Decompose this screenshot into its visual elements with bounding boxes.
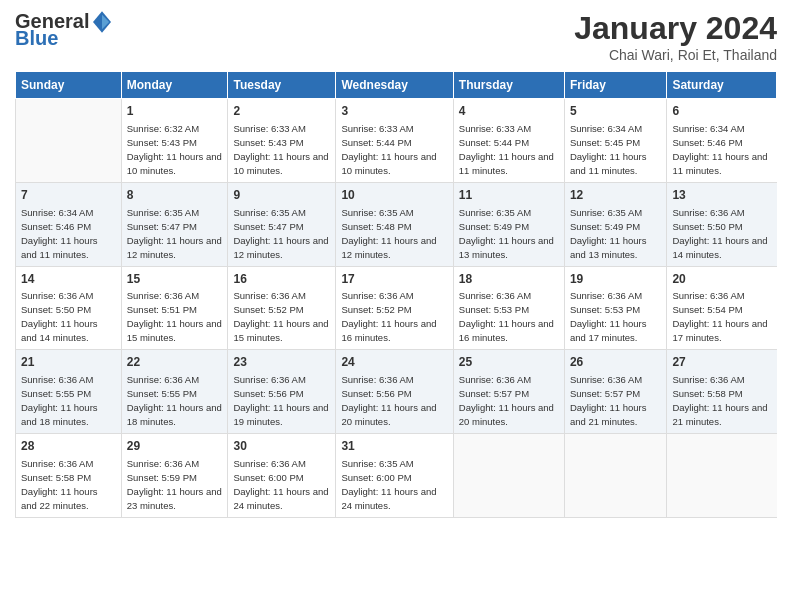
week-row: 1Sunrise: 6:32 AMSunset: 5:43 PMDaylight… (16, 99, 777, 183)
day-cell: 2Sunrise: 6:33 AMSunset: 5:43 PMDaylight… (228, 99, 336, 183)
header-day: Monday (121, 72, 228, 99)
cell-info: Sunrise: 6:35 AMSunset: 5:49 PMDaylight:… (459, 207, 554, 260)
cell-info: Sunrise: 6:32 AMSunset: 5:43 PMDaylight:… (127, 123, 222, 176)
cell-info: Sunrise: 6:36 AMSunset: 5:53 PMDaylight:… (459, 290, 554, 343)
header-row: SundayMondayTuesdayWednesdayThursdayFrid… (16, 72, 777, 99)
day-cell: 27Sunrise: 6:36 AMSunset: 5:58 PMDayligh… (667, 350, 777, 434)
day-cell: 19Sunrise: 6:36 AMSunset: 5:53 PMDayligh… (564, 266, 667, 350)
day-cell: 17Sunrise: 6:36 AMSunset: 5:52 PMDayligh… (336, 266, 453, 350)
day-cell: 10Sunrise: 6:35 AMSunset: 5:48 PMDayligh… (336, 182, 453, 266)
day-number: 28 (21, 438, 116, 455)
cell-info: Sunrise: 6:36 AMSunset: 5:57 PMDaylight:… (459, 374, 554, 427)
cell-info: Sunrise: 6:36 AMSunset: 5:56 PMDaylight:… (233, 374, 328, 427)
day-cell: 15Sunrise: 6:36 AMSunset: 5:51 PMDayligh… (121, 266, 228, 350)
day-cell: 28Sunrise: 6:36 AMSunset: 5:58 PMDayligh… (16, 434, 122, 518)
day-number: 13 (672, 187, 771, 204)
logo-icon (93, 11, 111, 33)
day-number: 31 (341, 438, 447, 455)
logo-blue: Blue (15, 27, 58, 50)
cell-info: Sunrise: 6:36 AMSunset: 5:57 PMDaylight:… (570, 374, 647, 427)
cell-info: Sunrise: 6:36 AMSunset: 5:58 PMDaylight:… (21, 458, 98, 511)
cell-info: Sunrise: 6:34 AMSunset: 5:46 PMDaylight:… (672, 123, 767, 176)
day-number: 30 (233, 438, 330, 455)
week-row: 14Sunrise: 6:36 AMSunset: 5:50 PMDayligh… (16, 266, 777, 350)
calendar-table: SundayMondayTuesdayWednesdayThursdayFrid… (15, 71, 777, 518)
day-number: 11 (459, 187, 559, 204)
cell-info: Sunrise: 6:36 AMSunset: 5:59 PMDaylight:… (127, 458, 222, 511)
day-cell: 23Sunrise: 6:36 AMSunset: 5:56 PMDayligh… (228, 350, 336, 434)
cell-info: Sunrise: 6:36 AMSunset: 5:54 PMDaylight:… (672, 290, 767, 343)
day-cell (16, 99, 122, 183)
day-number: 9 (233, 187, 330, 204)
day-number: 16 (233, 271, 330, 288)
day-number: 27 (672, 354, 771, 371)
header-day: Thursday (453, 72, 564, 99)
day-number: 7 (21, 187, 116, 204)
week-row: 28Sunrise: 6:36 AMSunset: 5:58 PMDayligh… (16, 434, 777, 518)
page: General Blue January 2024 Chai Wari, Roi… (0, 0, 792, 612)
day-cell: 8Sunrise: 6:35 AMSunset: 5:47 PMDaylight… (121, 182, 228, 266)
day-cell: 18Sunrise: 6:36 AMSunset: 5:53 PMDayligh… (453, 266, 564, 350)
day-cell: 22Sunrise: 6:36 AMSunset: 5:55 PMDayligh… (121, 350, 228, 434)
cell-info: Sunrise: 6:36 AMSunset: 5:52 PMDaylight:… (341, 290, 436, 343)
cell-info: Sunrise: 6:35 AMSunset: 5:48 PMDaylight:… (341, 207, 436, 260)
day-number: 3 (341, 103, 447, 120)
day-number: 25 (459, 354, 559, 371)
cell-info: Sunrise: 6:35 AMSunset: 5:47 PMDaylight:… (127, 207, 222, 260)
day-number: 15 (127, 271, 223, 288)
week-row: 7Sunrise: 6:34 AMSunset: 5:46 PMDaylight… (16, 182, 777, 266)
cell-info: Sunrise: 6:36 AMSunset: 5:50 PMDaylight:… (21, 290, 98, 343)
day-cell: 20Sunrise: 6:36 AMSunset: 5:54 PMDayligh… (667, 266, 777, 350)
cell-info: Sunrise: 6:33 AMSunset: 5:43 PMDaylight:… (233, 123, 328, 176)
day-number: 18 (459, 271, 559, 288)
cell-info: Sunrise: 6:36 AMSunset: 5:58 PMDaylight:… (672, 374, 767, 427)
day-number: 17 (341, 271, 447, 288)
subtitle: Chai Wari, Roi Et, Thailand (574, 47, 777, 63)
header-day: Friday (564, 72, 667, 99)
day-cell: 21Sunrise: 6:36 AMSunset: 5:55 PMDayligh… (16, 350, 122, 434)
header: General Blue January 2024 Chai Wari, Roi… (15, 10, 777, 63)
day-cell: 9Sunrise: 6:35 AMSunset: 5:47 PMDaylight… (228, 182, 336, 266)
day-number: 4 (459, 103, 559, 120)
day-cell: 14Sunrise: 6:36 AMSunset: 5:50 PMDayligh… (16, 266, 122, 350)
cell-info: Sunrise: 6:34 AMSunset: 5:45 PMDaylight:… (570, 123, 647, 176)
day-cell: 16Sunrise: 6:36 AMSunset: 5:52 PMDayligh… (228, 266, 336, 350)
day-number: 10 (341, 187, 447, 204)
day-number: 21 (21, 354, 116, 371)
day-cell (453, 434, 564, 518)
cell-info: Sunrise: 6:36 AMSunset: 5:56 PMDaylight:… (341, 374, 436, 427)
cell-info: Sunrise: 6:36 AMSunset: 5:55 PMDaylight:… (127, 374, 222, 427)
day-number: 1 (127, 103, 223, 120)
cell-info: Sunrise: 6:35 AMSunset: 5:47 PMDaylight:… (233, 207, 328, 260)
day-number: 2 (233, 103, 330, 120)
header-day: Saturday (667, 72, 777, 99)
cell-info: Sunrise: 6:35 AMSunset: 5:49 PMDaylight:… (570, 207, 647, 260)
day-cell (564, 434, 667, 518)
day-number: 22 (127, 354, 223, 371)
header-day: Sunday (16, 72, 122, 99)
day-number: 23 (233, 354, 330, 371)
cell-info: Sunrise: 6:36 AMSunset: 5:52 PMDaylight:… (233, 290, 328, 343)
day-cell: 24Sunrise: 6:36 AMSunset: 5:56 PMDayligh… (336, 350, 453, 434)
day-number: 19 (570, 271, 662, 288)
day-cell: 26Sunrise: 6:36 AMSunset: 5:57 PMDayligh… (564, 350, 667, 434)
day-cell: 6Sunrise: 6:34 AMSunset: 5:46 PMDaylight… (667, 99, 777, 183)
day-number: 24 (341, 354, 447, 371)
main-title: January 2024 (574, 10, 777, 47)
day-cell: 11Sunrise: 6:35 AMSunset: 5:49 PMDayligh… (453, 182, 564, 266)
day-cell: 31Sunrise: 6:35 AMSunset: 6:00 PMDayligh… (336, 434, 453, 518)
day-cell: 12Sunrise: 6:35 AMSunset: 5:49 PMDayligh… (564, 182, 667, 266)
day-cell: 5Sunrise: 6:34 AMSunset: 5:45 PMDaylight… (564, 99, 667, 183)
week-row: 21Sunrise: 6:36 AMSunset: 5:55 PMDayligh… (16, 350, 777, 434)
cell-info: Sunrise: 6:33 AMSunset: 5:44 PMDaylight:… (341, 123, 436, 176)
cell-info: Sunrise: 6:36 AMSunset: 6:00 PMDaylight:… (233, 458, 328, 511)
day-number: 20 (672, 271, 771, 288)
cell-info: Sunrise: 6:34 AMSunset: 5:46 PMDaylight:… (21, 207, 98, 260)
title-section: January 2024 Chai Wari, Roi Et, Thailand (574, 10, 777, 63)
day-cell: 7Sunrise: 6:34 AMSunset: 5:46 PMDaylight… (16, 182, 122, 266)
cell-info: Sunrise: 6:36 AMSunset: 5:55 PMDaylight:… (21, 374, 98, 427)
day-number: 26 (570, 354, 662, 371)
day-number: 8 (127, 187, 223, 204)
cell-info: Sunrise: 6:35 AMSunset: 6:00 PMDaylight:… (341, 458, 436, 511)
day-cell (667, 434, 777, 518)
